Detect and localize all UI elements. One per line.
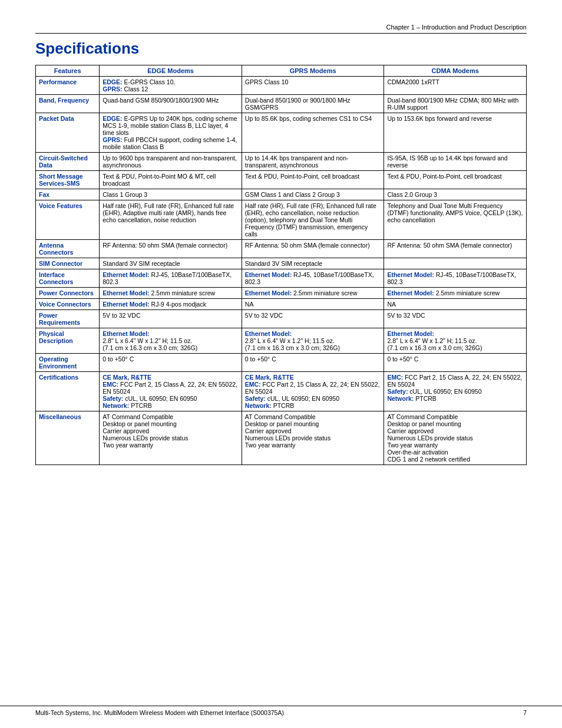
cdma-cell: Up to 153.6K bps forward and reverse [384, 113, 527, 153]
table-row: Voice ConnectorsEthernet Model: RJ-9 4-p… [36, 299, 527, 310]
cdma-cell: 5V to 32 VDC [384, 310, 527, 328]
cdma-cell: Telephony and Dual Tone Multi Frequency … [384, 200, 527, 240]
table-row: Voice FeaturesHalf rate (HR), Full rate … [36, 200, 527, 240]
edge-cell: EDGE: E-GPRS Up to 240K bps, coding sche… [100, 113, 242, 153]
table-header-row: Features EDGE Modems GPRS Modems CDMA Mo… [36, 65, 527, 77]
table-row: SIM ConnectorStandard 3V SIM receptacleS… [36, 258, 527, 269]
feature-cell: Performance [36, 77, 100, 95]
edge-cell: Standard 3V SIM receptacle [100, 258, 242, 269]
feature-cell: Voice Features [36, 200, 100, 240]
edge-cell: AT Command CompatibleDesktop or panel mo… [100, 411, 242, 465]
feature-cell: Short Message Services-SMS [36, 171, 100, 189]
chapter-text: Chapter 1 – Introduction and Product Des… [386, 24, 527, 31]
table-row: PerformanceEDGE: E-GPRS Class 10,GPRS: C… [36, 77, 527, 95]
edge-cell: Ethernet Model: RJ-45, 10BaseT/100BaseTX… [100, 269, 242, 288]
feature-cell: Circuit-Switched Data [36, 153, 100, 171]
cdma-cell: IS-95A, IS 95B up to 14.4K bps forward a… [384, 153, 527, 171]
cdma-cell: Ethernet Model: 2.5mm miniature screw [384, 288, 527, 299]
edge-cell: Up to 9600 bps transparent and non-trans… [100, 153, 242, 171]
cdma-cell: NA [384, 299, 527, 310]
col-header-edge: EDGE Modems [100, 65, 242, 77]
edge-cell: Quad-band GSM 850/900/1800/1900 MHz [100, 95, 242, 113]
gprs-cell: 5V to 32 VDC [242, 310, 384, 328]
footer: Multi-Tech Systems, Inc. MultiModem Wire… [0, 706, 562, 716]
page-title: Specifications [35, 39, 527, 58]
feature-cell: Power Requirements [36, 310, 100, 328]
col-header-cdma: CDMA Modems [384, 65, 527, 77]
edge-cell: 5V to 32 VDC [100, 310, 242, 328]
feature-cell: SIM Connector [36, 258, 100, 269]
gprs-cell: Standard 3V SIM receptacle [242, 258, 384, 269]
cdma-cell: RF Antenna: 50 ohm SMA (female connector… [384, 240, 527, 258]
table-row: Circuit-Switched DataUp to 9600 bps tran… [36, 153, 527, 171]
chapter-header: Chapter 1 – Introduction and Product Des… [35, 24, 527, 34]
feature-cell: Packet Data [36, 113, 100, 153]
gprs-cell: NA [242, 299, 384, 310]
cdma-cell: CDMA2000 1xRTT [384, 77, 527, 95]
cdma-cell: 0 to +50° C [384, 354, 527, 372]
table-row: FaxClass 1 Group 3GSM Class 1 and Class … [36, 189, 527, 200]
table-row: Interface ConnectorsEthernet Model: RJ-4… [36, 269, 527, 288]
gprs-cell: Up to 85.6K bps, coding schemes CS1 to C… [242, 113, 384, 153]
feature-cell: Certifications [36, 372, 100, 411]
cdma-cell: Ethernet Model: RJ-45, 10BaseT/100BaseTX… [384, 269, 527, 288]
edge-cell: Ethernet Model: 2.5mm miniature screw [100, 288, 242, 299]
table-row: Power Requirements5V to 32 VDC5V to 32 V… [36, 310, 527, 328]
gprs-cell: Text & PDU, Point-to-Point, cell broadca… [242, 171, 384, 189]
cdma-cell: EMC: FCC Part 2, 15 Class A, 22, 24; EN … [384, 372, 527, 411]
footer-page-number: 7 [523, 709, 527, 716]
cdma-cell: Class 2.0 Group 3 [384, 189, 527, 200]
edge-cell: EDGE: E-GPRS Class 10,GPRS: Class 12 [100, 77, 242, 95]
feature-cell: Band, Frequency [36, 95, 100, 113]
table-row: Antenna ConnectorsRF Antenna: 50 ohm SMA… [36, 240, 527, 258]
feature-cell: Interface Connectors [36, 269, 100, 288]
gprs-cell: Ethernet Model:2.8" L x 6.4" W x 1.2" H;… [242, 328, 384, 354]
table-row: Short Message Services-SMSText & PDU, Po… [36, 171, 527, 189]
edge-cell: RF Antenna: 50 ohm SMA (female connector… [100, 240, 242, 258]
cdma-cell: Text & PDU, Point-to-Point, cell broadca… [384, 171, 527, 189]
feature-cell: Power Connectors [36, 288, 100, 299]
gprs-cell: Ethernet Model: 2.5mm miniature screw [242, 288, 384, 299]
gprs-cell: GSM Class 1 and Class 2 Group 3 [242, 189, 384, 200]
edge-cell: Text & PDU, Point-to-Point MO & MT, cell… [100, 171, 242, 189]
table-row: Physical DescriptionEthernet Model:2.8" … [36, 328, 527, 354]
feature-cell: Physical Description [36, 328, 100, 354]
edge-cell: Ethernet Model: RJ-9 4-pos modjack [100, 299, 242, 310]
cdma-cell [384, 258, 527, 269]
gprs-cell: Up to 14.4K bps transparent and non-tran… [242, 153, 384, 171]
cdma-cell: AT Command CompatibleDesktop or panel mo… [384, 411, 527, 465]
gprs-cell: AT Command CompatibleDesktop or panel mo… [242, 411, 384, 465]
edge-cell: Half rate (HR), Full rate (FR), Enhanced… [100, 200, 242, 240]
gprs-cell: 0 to +50° C [242, 354, 384, 372]
table-row: Power ConnectorsEthernet Model: 2.5mm mi… [36, 288, 527, 299]
feature-cell: Antenna Connectors [36, 240, 100, 258]
footer-left: Multi-Tech Systems, Inc. MultiModem Wire… [35, 709, 284, 716]
edge-cell: Ethernet Model:2.8" L x 6.4" W x 1.2" H;… [100, 328, 242, 354]
edge-cell: Class 1 Group 3 [100, 189, 242, 200]
cdma-cell: Dual-band 800/1900 MHz CDMA; 800 MHz wit… [384, 95, 527, 113]
gprs-cell: Dual-band 850/1900 or 900/1800 MHz GSM/G… [242, 95, 384, 113]
table-row: MiscellaneousAT Command CompatibleDeskto… [36, 411, 527, 465]
page: Chapter 1 – Introduction and Product Des… [0, 0, 562, 728]
table-row: Packet DataEDGE: E-GPRS Up to 240K bps, … [36, 113, 527, 153]
table-row: Operating Environment0 to +50° C0 to +50… [36, 354, 527, 372]
gprs-cell: RF Antenna: 50 ohm SMA (female connector… [242, 240, 384, 258]
table-row: Band, FrequencyQuad-band GSM 850/900/180… [36, 95, 527, 113]
feature-cell: Fax [36, 189, 100, 200]
feature-cell: Miscellaneous [36, 411, 100, 465]
spec-table: Features EDGE Modems GPRS Modems CDMA Mo… [35, 65, 527, 465]
gprs-cell: CE Mark, R&TTEEMC: FCC Part 2, 15 Class … [242, 372, 384, 411]
gprs-cell: Half rate (HR), Full rate (FR), Enhanced… [242, 200, 384, 240]
gprs-cell: Ethernet Model: RJ-45, 10BaseT/100BaseTX… [242, 269, 384, 288]
cdma-cell: Ethernet Model:2.8" L x 6.4" W x 1.2" H;… [384, 328, 527, 354]
gprs-cell: GPRS Class 10 [242, 77, 384, 95]
feature-cell: Voice Connectors [36, 299, 100, 310]
table-row: CertificationsCE Mark, R&TTEEMC: FCC Par… [36, 372, 527, 411]
feature-cell: Operating Environment [36, 354, 100, 372]
col-header-gprs: GPRS Modems [242, 65, 384, 77]
edge-cell: CE Mark, R&TTEEMC: FCC Part 2, 15 Class … [100, 372, 242, 411]
edge-cell: 0 to +50° C [100, 354, 242, 372]
col-header-features: Features [36, 65, 100, 77]
